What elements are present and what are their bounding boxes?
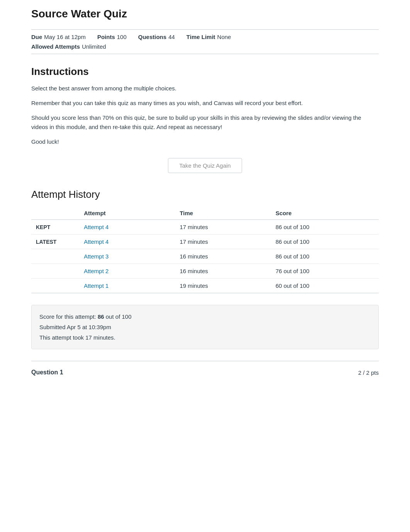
question-section: Question 1 2 / 2 pts xyxy=(31,361,379,376)
time-limit-label: Time Limit xyxy=(186,34,215,40)
due-label: Due xyxy=(31,34,42,40)
score-summary-line1: Score for this attempt: 86 out of 100 xyxy=(39,311,371,322)
time-limit-value: None xyxy=(217,34,231,40)
col-header-attempt: Attempt xyxy=(79,207,175,220)
instructions-p2: Remember that you can take this quiz as … xyxy=(31,99,379,108)
row-time: 17 minutes xyxy=(175,235,271,249)
table-row: KEPTAttempt 417 minutes86 out of 100 xyxy=(31,220,379,235)
table-row: LATESTAttempt 417 minutes86 out of 100 xyxy=(31,235,379,249)
row-label: LATEST xyxy=(31,235,79,249)
row-score: 76 out of 100 xyxy=(271,264,379,279)
table-row: Attempt 316 minutes86 out of 100 xyxy=(31,249,379,264)
take-quiz-container: Take the Quiz Again xyxy=(31,158,379,173)
instructions-p3: Should you score less than 70% on this q… xyxy=(31,113,379,132)
allowed-attempts-label: Allowed Attempts xyxy=(31,43,80,50)
row-label xyxy=(31,279,79,293)
attempt-history-heading: Attempt History xyxy=(31,189,379,201)
attempt-link[interactable]: Attempt 3 xyxy=(84,253,108,260)
take-quiz-button[interactable]: Take the Quiz Again xyxy=(168,158,242,173)
questions-value: 44 xyxy=(168,34,175,40)
row-score: 60 out of 100 xyxy=(271,279,379,293)
score-summary: Score for this attempt: 86 out of 100 Su… xyxy=(31,305,379,349)
question-title: Question 1 xyxy=(31,369,63,376)
row-attempt[interactable]: Attempt 4 xyxy=(79,220,175,235)
attempt-link[interactable]: Attempt 4 xyxy=(84,238,108,245)
points-label: Points xyxy=(97,34,115,40)
meta-questions: Questions 44 xyxy=(138,34,175,40)
row-time: 16 minutes xyxy=(175,264,271,279)
row-time: 17 minutes xyxy=(175,220,271,235)
score-label: Score for this attempt: xyxy=(39,313,96,320)
questions-label: Questions xyxy=(138,34,166,40)
meta-allowed-attempts: Allowed Attempts Unlimited xyxy=(31,43,106,50)
row-attempt[interactable]: Attempt 3 xyxy=(79,249,175,264)
table-header-row: Attempt Time Score xyxy=(31,207,379,220)
instructions-p4: Good luck! xyxy=(31,137,379,146)
meta-due: Due May 16 at 12pm xyxy=(31,34,86,40)
row-score: 86 out of 100 xyxy=(271,235,379,249)
instructions-heading: Instructions xyxy=(31,66,379,78)
meta-row-2: Allowed Attempts Unlimited xyxy=(31,43,379,50)
page-container: Source Water Quiz Due May 16 at 12pm Poi… xyxy=(20,0,390,391)
instructions-p1: Select the best answer from among the mu… xyxy=(31,84,379,93)
col-header-time: Time xyxy=(175,207,271,220)
row-time: 19 minutes xyxy=(175,279,271,293)
instructions-section: Instructions Select the best answer from… xyxy=(31,66,379,146)
meta-row-1: Due May 16 at 12pm Points 100 Questions … xyxy=(31,34,379,40)
question-pts: 2 / 2 pts xyxy=(358,369,379,376)
row-attempt[interactable]: Attempt 2 xyxy=(79,264,175,279)
attempt-history-section: Attempt History Attempt Time Score KEPTA… xyxy=(31,189,379,293)
attempt-link[interactable]: Attempt 1 xyxy=(84,282,108,289)
row-attempt[interactable]: Attempt 4 xyxy=(79,235,175,249)
attempt-link[interactable]: Attempt 2 xyxy=(84,268,108,274)
allowed-attempts-value: Unlimited xyxy=(82,43,106,50)
meta-points: Points 100 xyxy=(97,34,127,40)
row-score: 86 out of 100 xyxy=(271,220,379,235)
table-row: Attempt 216 minutes76 out of 100 xyxy=(31,264,379,279)
attempt-link[interactable]: Attempt 4 xyxy=(84,224,108,230)
row-label xyxy=(31,249,79,264)
attempt-table: Attempt Time Score KEPTAttempt 417 minut… xyxy=(31,207,379,293)
score-value: 86 xyxy=(98,313,104,320)
quiz-meta: Due May 16 at 12pm Points 100 Questions … xyxy=(31,29,379,54)
table-row: Attempt 119 minutes60 out of 100 xyxy=(31,279,379,293)
row-score: 86 out of 100 xyxy=(271,249,379,264)
col-header-score: Score xyxy=(271,207,379,220)
score-duration: This attempt took 17 minutes. xyxy=(39,332,371,343)
row-time: 16 minutes xyxy=(175,249,271,264)
score-suffix: out of 100 xyxy=(106,313,132,320)
due-value: May 16 at 12pm xyxy=(44,34,86,40)
row-attempt[interactable]: Attempt 1 xyxy=(79,279,175,293)
row-label: KEPT xyxy=(31,220,79,235)
score-submitted: Submitted Apr 5 at 10:39pm xyxy=(39,322,371,332)
col-header-label xyxy=(31,207,79,220)
quiz-title: Source Water Quiz xyxy=(31,8,379,23)
row-label xyxy=(31,264,79,279)
points-value: 100 xyxy=(117,34,127,40)
meta-time-limit: Time Limit None xyxy=(186,34,231,40)
